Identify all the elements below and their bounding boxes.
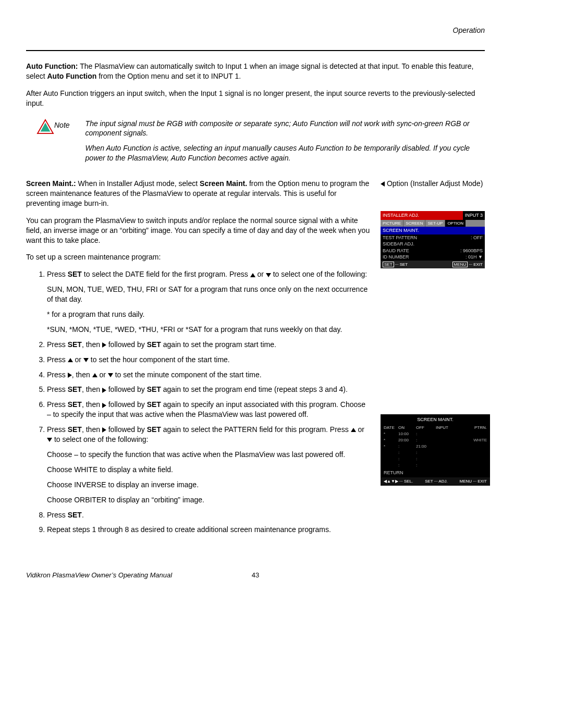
text: TEST PATTERN — [383, 235, 417, 241]
text: from the Option menu and set it to INPUT… — [96, 72, 241, 80]
text: Press — [47, 340, 68, 349]
step-6: Press SET, then followed by SET again to… — [47, 400, 370, 419]
text: again to select the PATTERN field for th… — [161, 425, 351, 434]
col-input: INPUT — [436, 425, 457, 431]
step-7-sub2: Choose WHITE to display a white field. — [47, 465, 370, 475]
text: ··· EXIT — [469, 262, 483, 267]
osd2-title: SCREEN MAINT. — [381, 416, 490, 425]
warning-icon — [36, 119, 54, 134]
step-5: Press SET, then followed by SET again to… — [47, 385, 370, 394]
text: again to set the program start time. — [161, 340, 276, 349]
text: When in Installer Adjust mode, select — [76, 179, 200, 188]
text: Press — [47, 371, 68, 379]
text: Press — [47, 270, 68, 278]
text: to select the DATE field for the first p… — [82, 270, 250, 278]
text: followed by — [106, 400, 147, 409]
set-key: SET — [147, 385, 161, 393]
step-8: Press SET. — [47, 510, 370, 520]
osd-footer: SET ··· SET MENU ··· EXIT — [381, 261, 485, 268]
page-footer: Vidikron PlasmaView Owner’s Operating Ma… — [26, 571, 485, 579]
bold-autofunc: Auto Function — [47, 72, 96, 80]
osd2-row: *10:00: — [381, 431, 490, 437]
label-screenmaint: Screen Maint.: — [26, 179, 76, 188]
text: to set the hour component of the start t… — [89, 355, 230, 364]
set-key: SET — [68, 385, 82, 393]
text: followed by — [106, 385, 147, 393]
osd-item: TEST PATTERN: OFF — [381, 235, 485, 241]
value: : OFF — [471, 235, 483, 241]
osd2-row: *:21:00 — [381, 443, 490, 450]
up-arrow-icon — [68, 358, 73, 362]
page-number: 43 — [235, 571, 276, 579]
osd-tab-option: OPTION — [445, 220, 466, 227]
text: followed by — [106, 340, 147, 349]
step-1-sub2: * for a program that runs daily. — [47, 310, 370, 319]
set-key: SET — [68, 425, 82, 434]
label-autofunc: Auto Function: — [26, 62, 78, 70]
text: to select one of the following: — [271, 270, 367, 278]
down-arrow-icon — [266, 273, 271, 277]
menu-key-box: MENU — [452, 262, 468, 267]
paragraph-autofunc-1: Auto Function: The PlasmaView can automa… — [26, 61, 485, 81]
osd-tab-screen: SCREEN — [403, 220, 425, 227]
right-arrow-icon — [102, 427, 106, 433]
set-key: SET — [68, 270, 82, 278]
footer-title: Vidikron PlasmaView Owner’s Operating Ma… — [26, 571, 235, 579]
step-7: Press SET, then followed by SET again to… — [47, 425, 370, 504]
set-key: SET — [68, 400, 82, 409]
text: Press — [47, 355, 68, 364]
osd-input-badge: INPUT 3 — [463, 211, 485, 220]
osd-item: BAUD RATE: 9600BPS — [381, 248, 485, 254]
right-arrow-icon — [102, 388, 106, 393]
text: Press — [47, 400, 68, 409]
text: Press — [47, 385, 68, 393]
set-key: SET — [68, 511, 82, 519]
right-arrow-icon — [102, 403, 106, 408]
text: ··· ADJ. — [434, 479, 448, 484]
osd-menu-installer-adj: INSTALLER ADJ. INPUT 3 PICTURE SCREEN SE… — [381, 211, 485, 268]
text: , then — [82, 385, 102, 393]
down-arrow-icon — [47, 438, 52, 442]
text: to set the minute component of the start… — [113, 371, 262, 379]
paragraph-screenmaint-3: To set up a screen maintenance program: — [26, 252, 370, 262]
right-col-heading: Option (Installer Adjust Mode) — [381, 179, 485, 188]
text: , then — [72, 371, 92, 379]
set-key: SET — [68, 340, 82, 349]
osd-tabs: PICTURE SCREEN SET-UP OPTION — [381, 220, 485, 227]
osd-item-selected: SCREEN MAINT. — [381, 227, 485, 235]
text: . — [82, 511, 84, 519]
step-2: Press SET, then followed by SET again to… — [47, 340, 370, 350]
osd2-row: :: — [381, 462, 490, 468]
up-arrow-icon — [92, 373, 97, 377]
osd2-row: *20:00:WHITE — [381, 437, 490, 443]
value: : 9600BPS — [460, 248, 483, 254]
paragraph-autofunc-2: After Auto Function triggers an input sw… — [26, 89, 485, 108]
step-4: Press , then or to set the minute compon… — [47, 370, 370, 380]
text: BAUD RATE — [383, 248, 409, 254]
down-arrow-icon — [108, 373, 113, 377]
paragraph-screenmaint-2: You can program the PlasmaView to switch… — [26, 216, 370, 245]
osd2-header-row: DATE ON OFF INPUT PTRN. — [381, 425, 490, 431]
text: or — [356, 425, 364, 434]
step-1-sub3: *SUN, *MON, *TUE, *WED, *THU, *FRI or *S… — [47, 325, 370, 335]
osd2-return: RETURN — [381, 468, 490, 478]
value: : 01H ▼ — [466, 254, 483, 261]
text: or — [97, 371, 108, 379]
set-key: SET — [147, 400, 161, 409]
up-arrow-icon — [351, 428, 356, 432]
osd-tab-setup: SET-UP — [425, 220, 445, 227]
set-key-box: SET — [383, 262, 394, 267]
step-7-sub3: Choose INVERSE to display an inverse ima… — [47, 480, 370, 490]
text: SIDEBAR ADJ. — [383, 241, 414, 248]
step-7-sub4: Choose ORBITER to display an “orbiting” … — [47, 495, 370, 505]
foot-sel: ◀▲▼▶ ··· SEL. — [384, 478, 413, 485]
divider — [26, 50, 485, 51]
set-key: SET — [147, 340, 161, 349]
text: Press — [47, 511, 68, 519]
col-on: ON — [398, 425, 414, 431]
text: , then — [82, 400, 102, 409]
text: Option (Installer Adjust Mode) — [387, 179, 483, 188]
set-key-box: SET — [425, 479, 433, 484]
note-block: Note The input signal must be RGB with c… — [36, 119, 485, 169]
down-arrow-icon — [83, 358, 89, 362]
